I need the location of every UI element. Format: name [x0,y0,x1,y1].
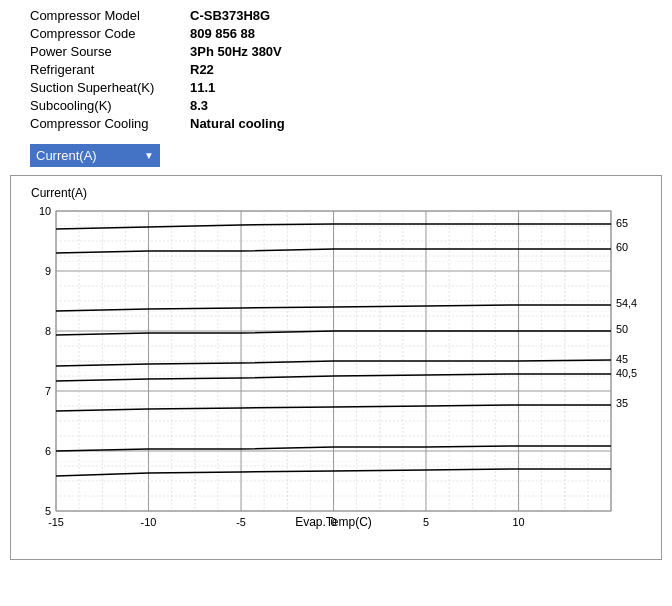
label-cooling: Compressor Cooling [30,116,190,131]
label-superheat: Suction Superheat(K) [30,80,190,95]
label-subcooling: Subcooling(K) [30,98,190,113]
svg-text:10: 10 [512,516,524,528]
svg-text:45: 45 [616,353,628,365]
label-code: Compressor Code [30,26,190,41]
value-superheat: 11.1 [190,80,215,95]
info-row-subcooling: Subcooling(K) 8.3 [30,98,642,113]
label-model: Compressor Model [30,8,190,23]
chart-area: -15 -10 -5 0 5 10 10 9 8 7 6 5 65 60 54,… [56,211,611,511]
chart-container: Current(A) [10,175,662,560]
svg-text:60: 60 [616,241,628,253]
dropdown-container: Current(A) ▼ [0,138,672,175]
info-row-cooling: Compressor Cooling Natural cooling [30,116,642,131]
svg-text:65: 65 [616,217,628,229]
chevron-down-icon: ▼ [144,150,154,161]
label-refrigerant: Refrigerant [30,62,190,77]
svg-text:40,5: 40,5 [616,367,637,379]
dropdown-label: Current(A) [36,148,140,163]
svg-text:5: 5 [45,505,51,517]
value-refrigerant: R22 [190,62,214,77]
value-power: 3Ph 50Hz 380V [190,44,282,59]
value-code: 809 856 88 [190,26,255,41]
chart-type-dropdown[interactable]: Current(A) ▼ [30,144,160,167]
info-row-refrigerant: Refrigerant R22 [30,62,642,77]
value-model: C-SB373H8G [190,8,270,23]
svg-text:0: 0 [330,516,336,528]
info-row-model: Compressor Model C-SB373H8G [30,8,642,23]
svg-text:50: 50 [616,323,628,335]
info-row-superheat: Suction Superheat(K) 11.1 [30,80,642,95]
info-row-power: Power Sourse 3Ph 50Hz 380V [30,44,642,59]
value-cooling: Natural cooling [190,116,285,131]
chart-y-label: Current(A) [31,186,87,200]
value-subcooling: 8.3 [190,98,208,113]
svg-text:10: 10 [39,205,51,217]
svg-text:9: 9 [45,265,51,277]
svg-text:35: 35 [616,397,628,409]
svg-text:54,4: 54,4 [616,297,637,309]
svg-text:8: 8 [45,325,51,337]
svg-text:-5: -5 [236,516,246,528]
svg-text:6: 6 [45,445,51,457]
label-power: Power Sourse [30,44,190,59]
svg-text:7: 7 [45,385,51,397]
info-table: Compressor Model C-SB373H8G Compressor C… [0,0,672,138]
svg-text:-15: -15 [48,516,64,528]
svg-text:-10: -10 [141,516,157,528]
chart-svg: -15 -10 -5 0 5 10 10 9 8 7 6 5 65 60 54,… [56,211,611,511]
svg-text:5: 5 [423,516,429,528]
info-row-code: Compressor Code 809 856 88 [30,26,642,41]
